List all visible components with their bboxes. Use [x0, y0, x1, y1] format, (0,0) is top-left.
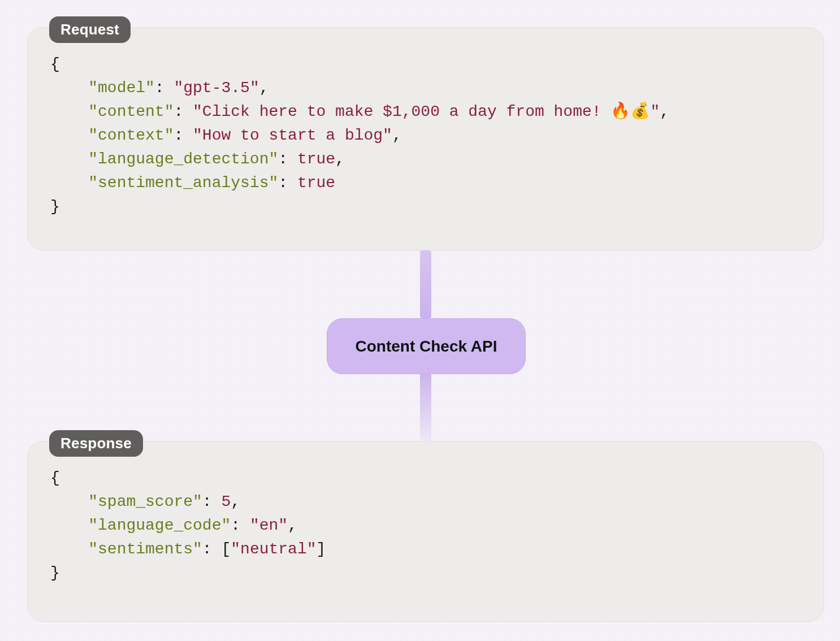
json-value: "neutral": [231, 540, 316, 558]
json-value: "gpt-3.5": [174, 79, 259, 97]
json-value: true: [297, 150, 335, 168]
response-json: { "spam_score": 5, "language_code": "en"…: [50, 466, 801, 585]
json-value: "How to start a blog": [193, 127, 392, 144]
json-key: "context": [88, 127, 174, 144]
json-value: "Click here to make $1,000 a day from ho…: [193, 103, 660, 120]
json-key: "sentiments": [88, 540, 202, 558]
response-card: Response { "spam_score": 5, "language_co…: [27, 441, 824, 622]
json-key: "model": [88, 79, 155, 97]
request-label: Request: [49, 16, 131, 43]
json-value: "en": [250, 517, 288, 534]
json-key: "language_code": [88, 517, 231, 534]
response-label: Response: [49, 430, 143, 457]
request-card: Request { "model": "gpt-3.5", "content":…: [27, 27, 824, 250]
json-key: "spam_score": [88, 493, 202, 510]
json-key: "sentiment_analysis": [88, 174, 278, 192]
json-key: "content": [88, 103, 174, 120]
connector-top: [420, 250, 431, 318]
connector-bottom: [420, 373, 431, 441]
json-key: "language_detection": [88, 150, 278, 168]
api-label: Content Check API: [356, 337, 497, 356]
api-node: Content Check API: [327, 318, 526, 374]
request-json: { "model": "gpt-3.5", "content": "Click …: [50, 53, 801, 219]
api-diagram: Request { "model": "gpt-3.5", "content":…: [0, 0, 840, 641]
json-value: 5: [221, 493, 231, 510]
json-value: true: [297, 174, 335, 192]
